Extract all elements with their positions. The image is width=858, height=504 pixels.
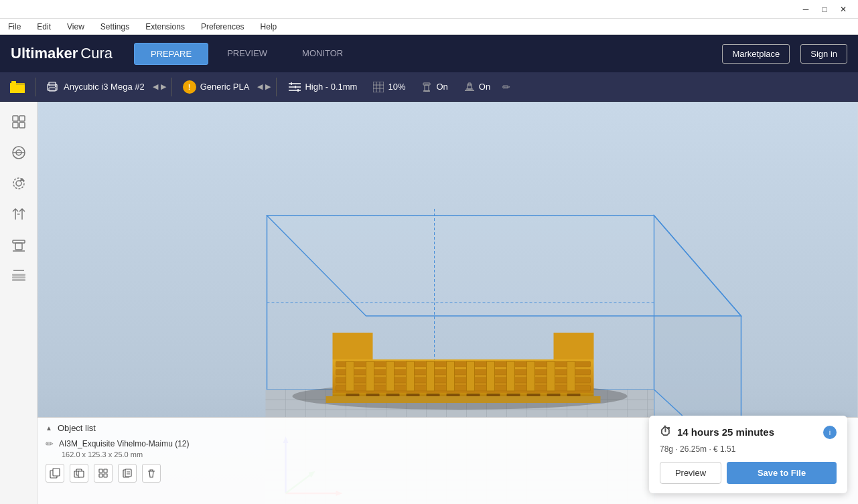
estimate-panel: ⏱ 14 hours 25 minutes i 78g · 26.25m · €… xyxy=(649,416,847,493)
object-list-title: Object list xyxy=(58,423,96,433)
object-edit-icon: ✏ xyxy=(46,438,54,449)
action-duplicate[interactable] xyxy=(46,464,64,483)
menu-view[interactable]: View xyxy=(64,22,87,31)
tool-custom[interactable] xyxy=(4,261,33,290)
svg-rect-90 xyxy=(386,361,395,391)
close-button[interactable]: ✕ xyxy=(834,0,853,19)
support-selector[interactable]: On xyxy=(415,79,454,95)
tab-prepare[interactable]: PREPARE xyxy=(134,43,208,65)
svg-rect-41 xyxy=(12,276,25,278)
maximize-button[interactable]: □ xyxy=(815,0,834,19)
material-name: Generic PLA xyxy=(200,82,250,92)
infill-selector[interactable]: 10% xyxy=(366,79,412,95)
app-logo: Ultimaker Cura xyxy=(11,45,113,62)
quality-selector[interactable]: High - 0.1mm xyxy=(282,79,364,94)
svg-rect-27 xyxy=(19,116,25,121)
tab-preview[interactable]: PREVIEW xyxy=(211,43,283,65)
svg-marker-114 xyxy=(333,333,373,359)
svg-rect-96 xyxy=(507,361,515,391)
material-length: 26.25m xyxy=(680,444,707,454)
menu-settings[interactable]: Settings xyxy=(98,22,132,31)
action-copy[interactable] xyxy=(118,464,137,483)
svg-marker-113 xyxy=(326,396,601,403)
edit-settings-icon[interactable]: ✏ xyxy=(502,82,510,92)
adhesion-selector[interactable]: On xyxy=(457,79,497,95)
svg-rect-123 xyxy=(53,469,60,476)
toolbar: Anycubic i3 Mega #2 ◀ ▶ ! Generic PLA ◀ … xyxy=(0,72,858,102)
svg-rect-127 xyxy=(99,469,102,473)
info-icon[interactable]: i xyxy=(823,426,837,439)
svg-marker-115 xyxy=(554,333,594,359)
toolbar-divider-3 xyxy=(276,78,277,96)
tool-rotate[interactable] xyxy=(4,169,33,198)
open-folder-button[interactable] xyxy=(5,75,29,99)
print-time: 14 hours 25 minutes xyxy=(677,426,774,438)
svg-rect-130 xyxy=(104,474,107,477)
menu-extensions[interactable]: Extensions xyxy=(143,22,188,31)
estimate-time: ⏱ 14 hours 25 minutes xyxy=(660,425,774,439)
material-warning-icon: ! xyxy=(183,80,196,94)
action-merge[interactable] xyxy=(94,464,113,483)
left-sidebar xyxy=(0,102,38,504)
header: Ultimaker Cura PREPARE PREVIEW MONITOR M… xyxy=(0,35,858,72)
adhesion-label: On xyxy=(479,82,490,92)
sign-in-button[interactable]: Sign in xyxy=(800,44,847,64)
svg-rect-20 xyxy=(425,85,429,91)
svg-rect-91 xyxy=(407,361,415,391)
svg-rect-98 xyxy=(547,361,555,391)
material-arrow-right[interactable]: ▶ xyxy=(265,82,271,91)
svg-rect-29 xyxy=(19,122,25,128)
svg-rect-42 xyxy=(12,279,25,281)
infill-percent: 10% xyxy=(388,82,405,92)
svg-rect-93 xyxy=(447,361,455,391)
tab-monitor[interactable]: MONITOR xyxy=(286,43,359,65)
svg-rect-99 xyxy=(567,361,575,391)
printer-selector[interactable]: Anycubic i3 Mega #2 xyxy=(41,78,150,96)
svg-rect-26 xyxy=(13,116,18,121)
printer-name: Anycubic i3 Mega #2 xyxy=(64,82,145,92)
svg-rect-92 xyxy=(427,361,435,391)
estimate-actions: Preview Save to File xyxy=(660,462,837,484)
svg-marker-35 xyxy=(19,178,25,181)
viewport[interactable]: ▲ Object list ✏ AI3M_Exquisite Vihelmo-M… xyxy=(38,102,858,504)
svg-rect-28 xyxy=(13,122,18,128)
printer-arrow-right[interactable]: ▶ xyxy=(161,82,166,91)
menu-file[interactable]: File xyxy=(5,22,23,31)
estimate-time-row: ⏱ 14 hours 25 minutes i xyxy=(660,425,837,439)
svg-point-34 xyxy=(16,181,21,186)
material-selector[interactable]: ! Generic PLA xyxy=(177,78,255,96)
chevron-up-icon: ▲ xyxy=(46,424,52,432)
svg-rect-132 xyxy=(125,469,131,477)
tool-support[interactable] xyxy=(4,230,33,260)
action-delete[interactable] xyxy=(142,464,161,483)
svg-rect-129 xyxy=(99,474,102,477)
svg-rect-3 xyxy=(11,81,16,84)
marketplace-button[interactable]: Marketplace xyxy=(722,44,790,64)
tool-mirror[interactable] xyxy=(4,199,33,229)
minimize-button[interactable]: ─ xyxy=(796,0,815,19)
tool-move[interactable] xyxy=(4,107,33,137)
logo-bold: Ultimaker xyxy=(11,45,78,62)
clock-icon: ⏱ xyxy=(660,425,672,439)
quality-label: High - 0.1mm xyxy=(305,82,357,92)
svg-rect-40 xyxy=(12,274,25,276)
svg-rect-38 xyxy=(15,243,22,250)
save-to-file-button[interactable]: Save to File xyxy=(727,462,837,484)
preview-button[interactable]: Preview xyxy=(660,462,721,484)
svg-rect-89 xyxy=(366,361,374,391)
printer-arrow[interactable]: ◀ xyxy=(153,82,158,91)
menu-preferences[interactable]: Preferences xyxy=(198,22,247,31)
tool-scale[interactable] xyxy=(4,138,33,167)
logo-light: Cura xyxy=(80,45,113,62)
svg-rect-97 xyxy=(527,361,535,391)
material-arrow-left[interactable]: ◀ xyxy=(257,82,263,91)
action-multiply[interactable] xyxy=(70,464,88,483)
svg-rect-126 xyxy=(78,471,84,477)
svg-rect-95 xyxy=(487,361,495,391)
support-label: On xyxy=(436,82,447,92)
menu-edit[interactable]: Edit xyxy=(34,22,54,31)
object-name: AI3M_Exquisite Vihelmo-Maimu (12) xyxy=(59,439,190,448)
title-bar: ─ □ ✕ xyxy=(0,0,858,19)
menu-help[interactable]: Help xyxy=(258,22,280,31)
svg-rect-2 xyxy=(10,85,25,93)
